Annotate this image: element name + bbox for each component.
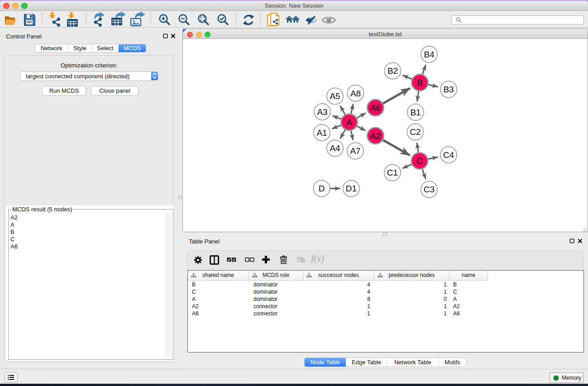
svg-text:A1: A1 xyxy=(316,128,327,138)
svg-text:D1: D1 xyxy=(346,184,357,193)
svg-text:A4: A4 xyxy=(330,143,340,153)
svg-text:C4: C4 xyxy=(443,150,454,160)
svg-text:A8: A8 xyxy=(350,89,361,98)
svg-text:B: B xyxy=(417,78,423,87)
svg-text:A2: A2 xyxy=(370,131,381,141)
svg-text:A7: A7 xyxy=(350,146,360,156)
svg-text:C1: C1 xyxy=(387,168,398,177)
svg-text:B4: B4 xyxy=(424,50,435,59)
svg-text:C3: C3 xyxy=(424,185,435,194)
svg-text:A5: A5 xyxy=(330,91,340,101)
svg-text:B3: B3 xyxy=(443,85,454,94)
svg-text:B2: B2 xyxy=(387,66,398,76)
svg-text:B1: B1 xyxy=(410,108,421,117)
svg-text:A3: A3 xyxy=(317,107,327,117)
svg-text:A6: A6 xyxy=(370,103,381,113)
svg-text:D: D xyxy=(319,184,325,193)
svg-text:A: A xyxy=(346,118,352,127)
svg-text:C: C xyxy=(416,156,423,166)
svg-text:C2: C2 xyxy=(410,127,421,137)
